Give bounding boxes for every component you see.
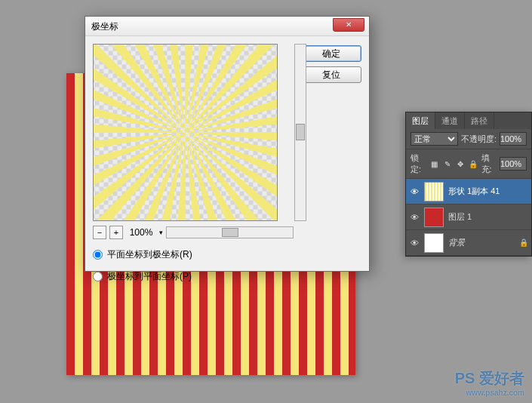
close-icon: ✕ [346,15,352,35]
opacity-label: 不透明度: [461,134,497,145]
scrollbar-thumb[interactable] [296,124,305,140]
polar-to-rect-label: 极坐标到平面坐标(P) [107,270,192,283]
layer-thumbnail[interactable] [424,233,444,253]
plus-icon: + [114,228,118,237]
tab-layers[interactable]: 图层 [406,112,435,129]
layer-name: 形状 1副本 41 [448,186,528,197]
fill-label: 填充: [481,152,497,175]
watermark-sub: www.psahz.com [455,389,524,397]
polar-to-rect-radio[interactable] [93,272,103,281]
dialog-titlebar[interactable]: 极坐标 ✕ [85,17,369,36]
scrollbar-thumb[interactable] [222,228,238,237]
preview-vertical-scrollbar[interactable] [294,44,306,221]
layers-panel: 图层 通道 路径 正常 不透明度: 锁定: ▦ ✎ ✥ 🔒 填充: 👁 形状 1… [405,112,532,257]
visibility-eye-icon[interactable]: 👁 [409,212,420,223]
polar-coordinates-dialog: 极坐标 ✕ − + 100% ▾ 平面坐标到 [85,16,370,272]
zoom-value: 100% [126,227,156,238]
lock-all-icon[interactable]: 🔒 [468,158,478,169]
visibility-eye-icon[interactable]: 👁 [409,186,420,197]
reset-button[interactable]: 复位 [301,66,361,83]
layer-item[interactable]: 👁 背景 🔒 [406,230,531,256]
dialog-close-button[interactable]: ✕ [333,18,364,32]
tab-paths[interactable]: 路径 [465,112,494,129]
zoom-dropdown-icon[interactable]: ▾ [159,229,163,236]
filter-preview[interactable] [93,44,278,221]
lock-label: 锁定: [411,152,426,175]
lock-brush-icon[interactable]: ✎ [442,158,453,169]
layer-item[interactable]: 👁 图层 1 [406,205,531,230]
rect-to-polar-label: 平面坐标到极坐标(R) [107,248,192,261]
lock-move-icon[interactable]: ✥ [455,158,466,169]
layer-name: 背景 [448,237,515,248]
layer-thumbnail[interactable] [424,208,444,227]
zoom-in-button[interactable]: + [109,226,123,239]
blend-mode-select[interactable]: 正常 [411,132,458,146]
opacity-input[interactable] [500,132,527,146]
layer-list: 👁 形状 1副本 41 👁 图层 1 👁 背景 🔒 [406,179,531,256]
minus-icon: − [97,228,102,237]
layer-thumbnail[interactable] [424,182,444,202]
lock-icon: 🔒 [519,238,528,247]
tab-channels[interactable]: 通道 [435,112,465,129]
layer-name: 图层 1 [448,211,528,223]
watermark: PS 爱好者 www.psahz.com [455,368,524,397]
ok-button[interactable]: 确定 [301,45,361,62]
visibility-eye-icon[interactable]: 👁 [409,238,420,248]
dialog-title-text: 极坐标 [91,21,118,32]
preview-horizontal-scrollbar[interactable] [166,226,294,238]
rect-to-polar-radio[interactable] [93,250,103,260]
fill-input[interactable] [500,157,527,171]
zoom-out-button[interactable]: − [93,226,106,239]
watermark-main: PS 爱好者 [455,370,524,386]
lock-transparency-icon[interactable]: ▦ [429,158,440,169]
layer-item[interactable]: 👁 形状 1副本 41 [406,179,531,205]
panel-tabs: 图层 通道 路径 [406,112,531,129]
